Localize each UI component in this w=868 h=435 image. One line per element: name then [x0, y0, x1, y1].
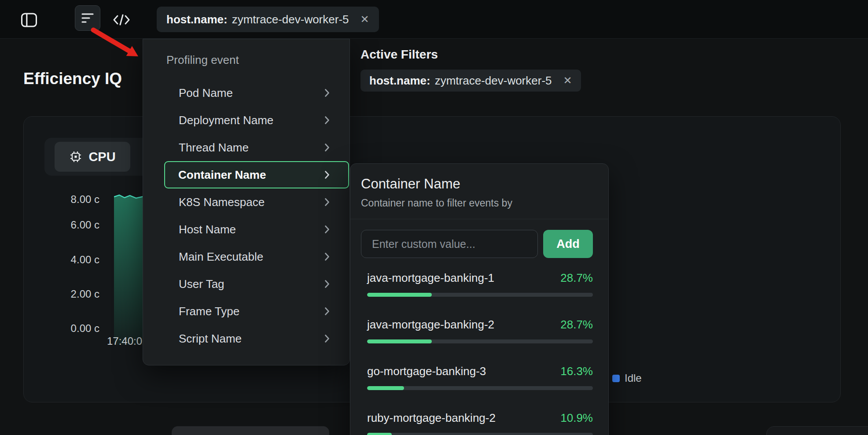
code-icon: [113, 13, 130, 26]
menu-item-deployment-name[interactable]: Deployment Name: [143, 107, 349, 134]
usage-bar-fill: [367, 386, 404, 390]
chevron-right-icon: [324, 116, 330, 125]
page-title: Efficiency IQ: [23, 70, 122, 88]
menu-item-user-tag[interactable]: User Tag: [143, 270, 349, 298]
filter-dropdown-panel: Profiling event Pod Name Deployment Name…: [143, 39, 350, 365]
menu-item-label: Host Name: [179, 223, 236, 236]
menu-item-thread-name[interactable]: Thread Name: [143, 134, 349, 161]
chevron-right-icon: [324, 334, 330, 343]
container-option[interactable]: java-mortgage-banking-1 28.7%: [361, 271, 593, 297]
dropdown-title: Profiling event: [166, 53, 349, 67]
active-filters-title: Active Filters: [360, 48, 581, 62]
legend-idle[interactable]: Idle: [612, 372, 642, 384]
menu-item-pod-name[interactable]: Pod Name: [143, 79, 349, 107]
filter-value: zymtrace-dev-worker-5: [232, 13, 349, 26]
y-axis-tick: 0.00 c: [46, 322, 99, 335]
y-axis-tick: 8.00 c: [46, 193, 99, 206]
menu-item-script-name[interactable]: Script Name: [143, 325, 349, 352]
container-option[interactable]: go-mortgage-banking-3 16.3%: [361, 365, 593, 390]
chevron-right-icon: [324, 280, 330, 288]
menu-item-label: Script Name: [179, 332, 242, 346]
menu-item-label: Pod Name: [179, 86, 233, 100]
panel-left-icon: [21, 13, 37, 27]
menu-item-label: Thread Name: [179, 141, 249, 155]
chevron-right-icon: [324, 198, 330, 206]
topbar: host.name: zymtrace-dev-worker-5 ✕: [0, 0, 868, 39]
menu-item-label: Frame Type: [179, 305, 239, 318]
x-axis-tick: 17:40:0: [107, 335, 142, 347]
container-option-name: ruby-mortgage-banking-2: [367, 411, 496, 425]
container-option-percent: 28.7%: [560, 271, 593, 285]
idle-legend-label: Idle: [625, 372, 642, 384]
usage-bar-fill: [367, 293, 432, 297]
y-axis-tick: 2.00 c: [46, 288, 99, 300]
topbar-filter-chip[interactable]: host.name: zymtrace-dev-worker-5 ✕: [157, 7, 379, 32]
y-axis-tick: 6.00 c: [46, 219, 99, 231]
container-option[interactable]: ruby-mortgage-banking-2 10.9%: [361, 411, 593, 435]
flyout-header: Container Name Container name to filter …: [350, 164, 608, 219]
menu-item-label: K8S Namespace: [179, 195, 265, 209]
filter-key: host.name:: [166, 13, 228, 26]
chevron-right-icon: [324, 252, 330, 261]
menu-item-k8s-namespace[interactable]: K8S Namespace: [143, 188, 349, 216]
active-filters-section: Active Filters host.name: zymtrace-dev-w…: [360, 48, 581, 92]
menu-item-label: Main Executable: [179, 250, 263, 264]
cpu-tab-button[interactable]: CPU: [55, 142, 130, 172]
menu-item-label: Deployment Name: [179, 114, 273, 127]
partial-segmented-control[interactable]: [172, 426, 329, 435]
flyout-body: Add java-mortgage-banking-1 28.7% java-m…: [350, 219, 608, 435]
flyout-subtitle: Container name to filter events by: [361, 197, 595, 209]
y-axis-tick: 4.00 c: [46, 254, 99, 266]
query-code-button[interactable]: [111, 12, 132, 28]
close-icon[interactable]: ✕: [563, 74, 572, 87]
filter-button[interactable]: [75, 5, 100, 31]
container-option-percent: 10.9%: [560, 411, 593, 425]
filter-icon: [81, 12, 94, 24]
menu-item-label: Container Name: [178, 168, 266, 182]
add-button[interactable]: Add: [543, 230, 593, 258]
cpu-tab-label: CPU: [88, 150, 115, 164]
usage-bar: [367, 293, 593, 297]
container-option-percent: 16.3%: [560, 365, 593, 378]
chevron-right-icon: [324, 225, 330, 234]
chevron-right-icon: [324, 88, 330, 97]
container-option-name: java-mortgage-banking-1: [367, 271, 494, 285]
menu-item-main-executable[interactable]: Main Executable: [143, 243, 349, 270]
partial-card-corner: [766, 426, 868, 435]
container-option-name: go-mortgage-banking-3: [367, 365, 486, 378]
usage-bar-fill: [367, 339, 432, 343]
usage-bar: [367, 339, 593, 343]
container-option[interactable]: java-mortgage-banking-2 28.7%: [361, 318, 593, 343]
screen: Efficiency IQ CPU 8.00 c 6.00 c 4.00 c 2…: [0, 0, 868, 435]
cpu-icon: [69, 150, 82, 163]
container-name-flyout: Container Name Container name to filter …: [350, 163, 609, 435]
container-option-percent: 28.7%: [560, 318, 593, 332]
close-icon[interactable]: ✕: [360, 13, 369, 26]
active-filter-chip[interactable]: host.name: zymtrace-dev-worker-5 ✕: [360, 70, 581, 92]
sidebar-toggle-button[interactable]: [19, 11, 39, 28]
menu-item-label: User Tag: [179, 277, 224, 291]
usage-bar: [367, 386, 593, 390]
flyout-title: Container Name: [361, 176, 595, 192]
idle-color-swatch: [612, 375, 620, 382]
menu-item-container-name[interactable]: Container Name: [164, 161, 349, 188]
chevron-right-icon: [324, 143, 330, 152]
cpu-area-chart: [114, 190, 144, 347]
menu-item-host-name[interactable]: Host Name: [143, 216, 349, 243]
container-option-name: java-mortgage-banking-2: [367, 318, 494, 332]
usage-bar-fill: [367, 433, 392, 435]
chevron-right-icon: [324, 307, 330, 316]
chevron-right-icon: [324, 170, 330, 179]
custom-value-input[interactable]: [361, 230, 538, 258]
menu-item-frame-type[interactable]: Frame Type: [143, 298, 349, 325]
filter-value: zymtrace-dev-worker-5: [435, 74, 552, 88]
filter-key: host.name:: [369, 74, 430, 88]
usage-bar: [367, 433, 593, 435]
